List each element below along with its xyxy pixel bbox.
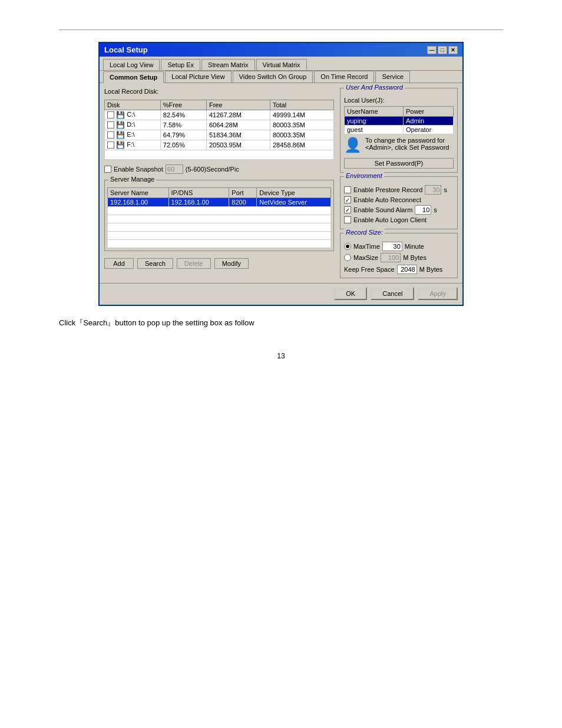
max-time-radio[interactable] [344, 243, 351, 250]
max-size-input[interactable] [381, 253, 401, 262]
tab-stream-matrix[interactable]: Stream Matrix [201, 59, 254, 70]
port-col: Port [229, 188, 257, 198]
local-user-row: Local User(J): [344, 97, 454, 104]
dialog-title: Local Setup [104, 45, 148, 54]
disk-checkbox-d[interactable] [107, 121, 114, 129]
table-row-empty [108, 240, 331, 248]
table-row[interactable]: 192.168.1.00 192.168.1.00 8200 NetVideo … [108, 198, 331, 207]
environment-group: Environment Enable Prestore Record s Ena… [340, 176, 458, 229]
disk-drive-icon: 💾 [116, 141, 125, 149]
record-size-title: Record Size: [344, 229, 385, 236]
total-cell: 28458.86M [270, 140, 333, 150]
snapshot-value-input[interactable] [166, 164, 183, 174]
table-row: 💾 C:\ 82.54% 41267.28M 49999.14M [105, 110, 334, 120]
auto-reconnect-checkbox[interactable] [344, 196, 351, 203]
record-size-group: Record Size: MaxTime Minute MaxSize M By… [340, 233, 458, 278]
max-time-row: MaxTime Minute [344, 242, 454, 251]
user-password-group: User And Password Local User(J): UserNam… [340, 88, 458, 173]
table-row-empty [108, 215, 331, 223]
server-name-col: Server Name [108, 188, 169, 198]
pct-free-cell: 72.05% [160, 140, 206, 150]
disk-checkbox-c[interactable] [107, 111, 114, 118]
delete-button[interactable]: Delete [177, 258, 211, 269]
prestore-record-checkbox[interactable] [344, 186, 351, 193]
close-button[interactable]: ✕ [448, 46, 458, 54]
tab-virtual-matrix[interactable]: Virtual Matrix [256, 59, 307, 70]
power-cell: Operator [403, 126, 453, 134]
tab-service[interactable]: Service [375, 71, 410, 83]
user-row[interactable]: guest Operator [345, 126, 454, 134]
max-time-input[interactable] [382, 242, 402, 251]
snapshot-hint: (5-600)Second/Pic [186, 166, 239, 173]
auto-logon-checkbox[interactable] [344, 216, 351, 223]
add-button[interactable]: Add [104, 258, 134, 269]
set-password-button[interactable]: Set Password(P) [344, 158, 454, 169]
local-setup-dialog: Local Setup — □ ✕ Local Log View Setup E… [98, 42, 464, 306]
max-size-label: MaxSize [353, 254, 378, 261]
table-row-empty [108, 232, 331, 240]
tab-local-log-view[interactable]: Local Log View [103, 59, 160, 70]
bottom-buttons: Add Search Delete Modify [104, 258, 334, 269]
local-record-disk-label: Local Record Disk: [104, 88, 334, 95]
sound-alarm-checkbox[interactable] [344, 206, 351, 213]
page-container: Local Setup — □ ✕ Local Log View Setup E… [12, 12, 550, 378]
ok-button[interactable]: OK [334, 287, 367, 300]
username-cell: guest [345, 126, 404, 134]
disk-checkbox-f[interactable] [107, 141, 114, 149]
auto-reconnect-row: Enable Auto Reconnect [344, 196, 454, 203]
tab-on-time-record[interactable]: On Time Record [314, 71, 374, 83]
keep-free-input[interactable] [397, 265, 417, 274]
modify-button[interactable]: Modify [214, 258, 249, 269]
minimize-button[interactable]: — [427, 46, 437, 54]
tab-common-setup[interactable]: Common Setup [103, 71, 164, 83]
server-name-cell: 192.168.1.00 [108, 198, 169, 207]
password-info-text: To change the password for <Admin>, clic… [365, 137, 454, 151]
username-cell: yuping [345, 117, 404, 126]
prestore-record-row: Enable Prestore Record s [344, 185, 454, 195]
search-button[interactable]: Search [137, 258, 173, 269]
port-cell: 8200 [229, 198, 257, 207]
tab-video-switch[interactable]: Video Switch On Group [233, 71, 313, 83]
disk-checkbox-e[interactable] [107, 131, 114, 139]
dialog-body: Local Record Disk: Disk %Free Free Total [100, 83, 462, 283]
table-row-empty [108, 207, 331, 215]
disk-drive-label: E:\ [127, 131, 134, 138]
max-size-radio[interactable] [344, 254, 351, 261]
free-col-header: Free [206, 100, 270, 110]
total-cell: 49999.14M [270, 110, 333, 120]
free-cell: 20503.95M [206, 140, 270, 150]
prestore-record-unit: s [444, 186, 447, 193]
sound-alarm-input[interactable] [415, 205, 431, 215]
snapshot-checkbox[interactable] [104, 166, 111, 173]
max-size-row: MaxSize M Bytes [344, 253, 454, 262]
maximize-button[interactable]: □ [438, 46, 447, 54]
user-password-title: User And Password [344, 84, 405, 91]
free-cell: 51834.36M [206, 130, 270, 140]
keep-free-unit: M Bytes [419, 266, 443, 273]
table-row-empty [105, 150, 334, 160]
auto-reconnect-label: Enable Auto Reconnect [353, 196, 421, 203]
disk-cell: 💾 E:\ [105, 130, 161, 140]
right-panel: User And Password Local User(J): UserNam… [340, 88, 458, 278]
server-manage-title: Server Manage [108, 176, 156, 183]
apply-button[interactable]: Apply [418, 287, 458, 300]
max-time-unit: Minute [405, 243, 424, 250]
local-user-label: Local User(J): [344, 97, 384, 104]
pct-free-cell: 64.79% [160, 130, 206, 140]
disk-table: Disk %Free Free Total 💾 C:\ [104, 100, 334, 160]
server-manage-group: Server Manage Server Name IP/DNS Port De… [104, 180, 334, 251]
avatar-icon: 👤 [344, 137, 363, 156]
user-row[interactable]: yuping Admin [345, 117, 454, 126]
sound-alarm-unit: s [434, 206, 437, 213]
dialog-titlebar: Local Setup — □ ✕ [100, 43, 462, 57]
ip-dns-col: IP/DNS [168, 188, 229, 198]
tab-setup-ex[interactable]: Setup Ex [161, 59, 200, 70]
tab-local-picture-view[interactable]: Local Picture View [165, 71, 231, 83]
snapshot-row: Enable Snapshot (5-600)Second/Pic [104, 164, 334, 174]
cancel-button[interactable]: Cancel [371, 287, 414, 300]
caption: Click『Search』button to pop up the settin… [59, 318, 254, 328]
prestore-record-input[interactable] [425, 185, 441, 195]
ip-cell: 192.168.1.00 [168, 198, 229, 207]
table-row-empty [108, 223, 331, 232]
keep-free-row: Keep Free Space M Bytes [344, 265, 454, 274]
